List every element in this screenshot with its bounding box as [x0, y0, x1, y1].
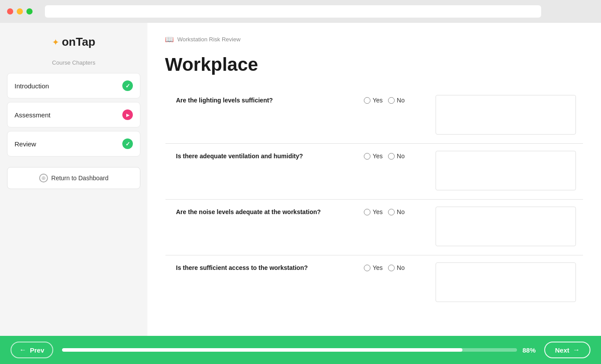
chapter-icon-introduction [122, 80, 133, 91]
return-btn-label: Return to Dashboard [51, 175, 109, 182]
main-content: 📖 Workstation Risk Review Workplace Are … [147, 23, 601, 336]
notes-textarea-4[interactable] [436, 262, 576, 302]
radio-yes-input-1[interactable] [364, 97, 370, 104]
sidebar-item-introduction[interactable]: Introduction [7, 73, 140, 98]
radio-no-3[interactable]: No [388, 208, 405, 215]
radio-group-4: Yes No [364, 264, 418, 271]
table-row: Are the noise levels adequate at the wor… [165, 200, 583, 255]
notes-cell-4 [429, 255, 583, 311]
close-btn[interactable] [7, 8, 13, 15]
sidebar-item-review[interactable]: Review [7, 131, 140, 157]
page-title: Workplace [165, 54, 583, 75]
return-to-dashboard-button[interactable]: ⊕ Return to Dashboard [7, 167, 140, 189]
radio-yes-2[interactable]: Yes [364, 153, 383, 160]
question-radios-2: Yes No [353, 144, 429, 200]
radio-no-input-1[interactable] [388, 97, 395, 104]
notes-textarea-3[interactable] [436, 207, 576, 246]
breadcrumb-icon: 📖 [165, 35, 174, 44]
notes-cell-2 [429, 144, 583, 200]
notes-cell-1 [429, 88, 583, 144]
breadcrumb-text: Workstation Risk Review [177, 36, 241, 43]
chapter-name-review: Review [15, 140, 36, 148]
table-row: Is there adequate ventilation and humidi… [165, 144, 583, 200]
question-text-4: Is there sufficient access to the workst… [165, 255, 354, 311]
breadcrumb: 📖 Workstation Risk Review [165, 35, 583, 44]
table-row: Is there sufficient access to the workst… [165, 255, 583, 311]
radio-no-input-4[interactable] [388, 265, 395, 271]
bottom-bar: ← Prev 88% Next → [0, 336, 601, 364]
logo: ✦ onTap [7, 35, 140, 49]
question-text-3: Are the noise levels adequate at the wor… [165, 200, 354, 255]
prev-arrow-icon: ← [19, 346, 26, 354]
radio-yes-3[interactable]: Yes [364, 208, 383, 215]
radio-yes-1[interactable]: Yes [364, 97, 383, 104]
next-label: Next [555, 346, 569, 354]
radio-no-1[interactable]: No [388, 97, 405, 104]
radio-yes-input-3[interactable] [364, 209, 370, 215]
radio-yes-input-2[interactable] [364, 153, 370, 160]
progress-container: 88% [62, 346, 536, 354]
minimize-btn[interactable] [17, 8, 23, 15]
radio-yes-input-4[interactable] [364, 265, 370, 271]
progress-percentage: 88% [522, 346, 535, 354]
notes-textarea-1[interactable] [436, 95, 576, 135]
logo-wrap: ✦ onTap [52, 35, 95, 49]
radio-no-input-3[interactable] [388, 209, 395, 215]
question-radios-4: Yes No [353, 255, 429, 311]
radio-no-4[interactable]: No [388, 264, 405, 271]
titlebar [0, 0, 601, 23]
chapter-icon-assessment [122, 109, 133, 120]
chapter-icon-review [122, 138, 133, 149]
notes-textarea-2[interactable] [436, 151, 576, 190]
app-container: ✦ onTap Course Chapters Introduction Ass… [0, 23, 601, 336]
return-icon: ⊕ [39, 174, 48, 182]
sidebar-item-assessment[interactable]: Assessment [7, 102, 140, 127]
logo-sparkle-icon: ✦ [52, 37, 59, 47]
next-arrow-icon: → [573, 346, 580, 354]
radio-no-2[interactable]: No [388, 153, 405, 160]
chapter-name-introduction: Introduction [15, 82, 49, 90]
progress-bar-fill [62, 348, 463, 352]
question-text-2: Is there adequate ventilation and humidi… [165, 144, 354, 200]
logo-text: onTap [62, 35, 95, 49]
radio-group-3: Yes No [364, 208, 418, 215]
radio-group-2: Yes No [364, 153, 418, 160]
question-radios-1: Yes No [353, 88, 429, 144]
prev-label: Prev [30, 346, 44, 354]
radio-no-input-2[interactable] [388, 153, 395, 160]
radio-group-1: Yes No [364, 97, 418, 104]
question-radios-3: Yes No [353, 200, 429, 255]
address-bar[interactable] [45, 5, 541, 18]
notes-cell-3 [429, 200, 583, 255]
sidebar: ✦ onTap Course Chapters Introduction Ass… [0, 23, 147, 336]
sidebar-section-title: Course Chapters [7, 59, 140, 66]
questions-table: Are the lighting levels sufficient? Yes … [165, 87, 583, 311]
prev-button[interactable]: ← Prev [11, 342, 53, 358]
table-row: Are the lighting levels sufficient? Yes … [165, 88, 583, 144]
maximize-btn[interactable] [26, 8, 33, 15]
progress-bar-background [62, 348, 517, 352]
chapter-name-assessment: Assessment [15, 111, 51, 119]
next-button[interactable]: Next → [544, 342, 590, 358]
radio-yes-4[interactable]: Yes [364, 264, 383, 271]
question-text-1: Are the lighting levels sufficient? [165, 88, 354, 144]
